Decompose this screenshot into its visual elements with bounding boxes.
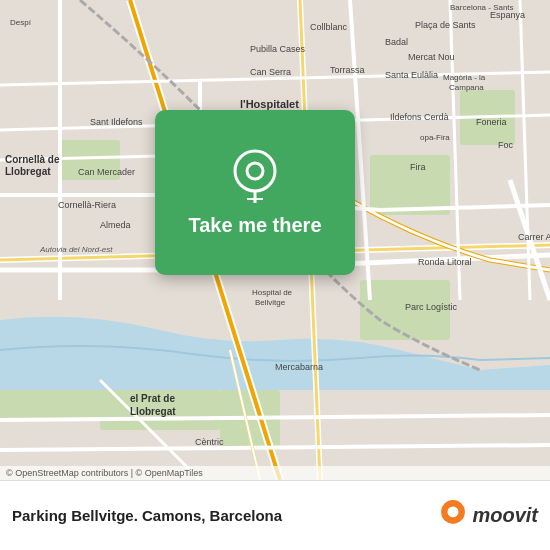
- svg-text:Llobregat: Llobregat: [130, 406, 176, 417]
- svg-text:Torrassa: Torrassa: [330, 65, 365, 75]
- svg-point-73: [448, 506, 459, 517]
- svg-text:Badal: Badal: [385, 37, 408, 47]
- svg-text:Magòria - la: Magòria - la: [443, 73, 486, 82]
- svg-point-68: [235, 151, 275, 191]
- moovit-text: moovit: [472, 504, 538, 527]
- svg-text:Can Mercader: Can Mercader: [78, 167, 135, 177]
- svg-text:Can Serra: Can Serra: [250, 67, 291, 77]
- location-pin-icon: [230, 149, 280, 204]
- svg-text:Cèntric: Cèntric: [195, 437, 224, 447]
- svg-text:Mercabarna: Mercabarna: [275, 362, 323, 372]
- svg-point-69: [247, 163, 263, 179]
- svg-text:Hospital de: Hospital de: [252, 288, 293, 297]
- take-me-there-button[interactable]: Take me there: [188, 214, 321, 237]
- location-name: Parking Bellvitge. Camons, Barcelona: [12, 507, 282, 524]
- svg-text:Sant Ildefons: Sant Ildefons: [90, 117, 143, 127]
- moovit-logo: moovit: [438, 500, 538, 532]
- svg-text:l'Hospitalet: l'Hospitalet: [240, 98, 299, 110]
- svg-text:Pubilla Cases: Pubilla Cases: [250, 44, 306, 54]
- svg-text:Foneria: Foneria: [476, 117, 507, 127]
- svg-text:Despí: Despí: [10, 18, 32, 27]
- svg-text:Cornellà de: Cornellà de: [5, 154, 60, 165]
- svg-text:el Prat de: el Prat de: [130, 393, 175, 404]
- svg-text:Campana: Campana: [449, 83, 484, 92]
- svg-text:Santa Eulàlia: Santa Eulàlia: [385, 70, 438, 80]
- svg-text:Collblanc: Collblanc: [310, 22, 348, 32]
- svg-text:Mercat Nou: Mercat Nou: [408, 52, 455, 62]
- svg-text:Almeda: Almeda: [100, 220, 131, 230]
- moovit-pin-icon: [438, 500, 468, 532]
- svg-text:opa-Fira: opa-Fira: [420, 133, 450, 142]
- map-container: Collblanc Badal Plaça de Sants Espanya P…: [0, 0, 550, 480]
- svg-text:Ildefons Cerdà: Ildefons Cerdà: [390, 112, 449, 122]
- svg-text:Ronda Litoral: Ronda Litoral: [418, 257, 472, 267]
- bottom-bar: Parking Bellvitge. Camons, Barcelona moo…: [0, 480, 550, 550]
- svg-text:Carrer A: Carrer A: [518, 232, 550, 242]
- svg-text:Barcelona - Sants: Barcelona - Sants: [450, 3, 514, 12]
- popup-card[interactable]: Take me there: [155, 110, 355, 275]
- svg-text:Plaça de Sants: Plaça de Sants: [415, 20, 476, 30]
- svg-text:Parc Logístic: Parc Logístic: [405, 302, 458, 312]
- svg-text:Cornellà-Riera: Cornellà-Riera: [58, 200, 116, 210]
- svg-text:Fira: Fira: [410, 162, 426, 172]
- svg-text:Foc: Foc: [498, 140, 514, 150]
- svg-text:Autovia del Nord-est: Autovia del Nord-est: [39, 245, 113, 254]
- svg-text:Bellvitge: Bellvitge: [255, 298, 286, 307]
- map-attribution: © OpenStreetMap contributors | © OpenMap…: [0, 466, 550, 480]
- svg-text:Llobregat: Llobregat: [5, 166, 51, 177]
- location-info: Parking Bellvitge. Camons, Barcelona: [12, 507, 282, 524]
